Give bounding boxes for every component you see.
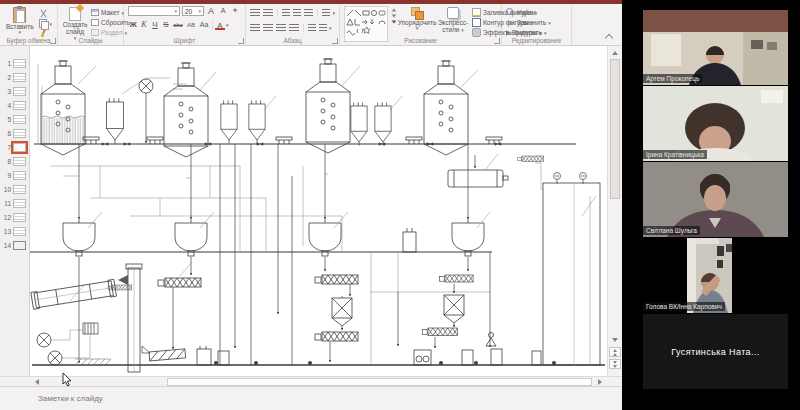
justify-button[interactable] bbox=[289, 24, 299, 32]
bullets-button[interactable] bbox=[250, 9, 260, 17]
scroll-up-button[interactable] bbox=[609, 47, 621, 58]
slide-number: 4 bbox=[3, 102, 11, 109]
participant-tile[interactable]: Голова ВК/Інна Карпович bbox=[643, 238, 788, 313]
slide-thumbnail-preview[interactable] bbox=[13, 101, 26, 110]
slide-canvas[interactable] bbox=[30, 46, 607, 376]
slide-number: 3 bbox=[3, 88, 11, 95]
decrease-indent-button[interactable] bbox=[282, 9, 290, 17]
select-button[interactable]: Выделить▾ bbox=[506, 28, 551, 37]
scroll-down-button[interactable] bbox=[609, 334, 621, 345]
scroll-left-button[interactable] bbox=[32, 378, 42, 386]
cut-button[interactable] bbox=[39, 9, 53, 18]
align-text-button[interactable]: ▾ bbox=[319, 24, 332, 33]
slide-thumbnail-preview[interactable] bbox=[13, 129, 26, 138]
shapes-scroll-down[interactable] bbox=[392, 14, 397, 17]
notes-pane[interactable]: Заметки к слайду bbox=[0, 386, 622, 410]
shapes-scroll-up[interactable] bbox=[392, 8, 397, 11]
shrink-font-button[interactable]: А bbox=[218, 6, 228, 16]
underline-button[interactable]: Ч bbox=[150, 20, 160, 30]
slide-thumbnail-preview[interactable] bbox=[13, 59, 26, 68]
slide-thumbnail-preview[interactable] bbox=[13, 73, 26, 82]
character-spacing-button[interactable]: АВ bbox=[185, 20, 197, 30]
font-size-combo[interactable]: 20▾ bbox=[182, 6, 204, 16]
participant-name-badge: Ірина Кратівницька bbox=[643, 150, 707, 159]
strikethrough-button[interactable]: abc bbox=[172, 20, 184, 30]
participant-name-text: Гусятинська Ната... bbox=[671, 347, 759, 357]
font-name-combo[interactable]: ▾ bbox=[128, 6, 180, 16]
font-size-value: 20 bbox=[185, 8, 192, 15]
increase-indent-button[interactable] bbox=[293, 9, 301, 17]
clipboard-dialog-launcher[interactable] bbox=[50, 38, 56, 44]
previous-slide-button[interactable] bbox=[609, 347, 621, 357]
italic-button[interactable]: К bbox=[139, 20, 149, 30]
slide-thumbnail-11[interactable]: 11 bbox=[0, 196, 29, 210]
text-direction-button[interactable]: ▾ bbox=[322, 9, 335, 18]
slide-thumbnail-12[interactable]: 12 bbox=[0, 210, 29, 224]
slide-thumbnail-1[interactable]: 1 bbox=[0, 56, 29, 70]
ribbon-group-clipboard: Вставить ▾ ▾ Буфер обмена bbox=[0, 4, 58, 45]
slide-thumbnail-preview[interactable] bbox=[13, 171, 26, 180]
slide-thumbnail-6[interactable]: 6 bbox=[0, 126, 29, 140]
clear-formatting-button[interactable]: ✦ bbox=[230, 6, 240, 16]
quick-styles-button[interactable]: Экспресс- стили ▾ bbox=[437, 6, 469, 35]
change-case-button[interactable]: Аа bbox=[198, 20, 210, 30]
next-slide-button[interactable] bbox=[609, 359, 621, 369]
paste-icon bbox=[13, 7, 26, 23]
slide-thumbnail-2[interactable]: 2 bbox=[0, 70, 29, 84]
vertical-scroll-thumb[interactable] bbox=[610, 59, 620, 199]
align-center-button[interactable] bbox=[263, 24, 273, 32]
slide-thumbnail-14[interactable]: 14 bbox=[0, 238, 29, 252]
slide-number: 13 bbox=[3, 228, 11, 235]
slide-number: 14 bbox=[3, 242, 11, 249]
slide-thumbnail-preview[interactable] bbox=[13, 143, 26, 152]
slide-thumbnail-9[interactable]: 9 bbox=[0, 168, 29, 182]
copy-icon bbox=[39, 19, 48, 28]
slide-thumbnail-13[interactable]: 13 bbox=[0, 224, 29, 238]
slide-thumbnail-preview[interactable] bbox=[13, 227, 26, 236]
columns-button[interactable] bbox=[308, 24, 316, 32]
font-dialog-launcher[interactable] bbox=[238, 38, 244, 44]
paste-button[interactable]: Вставить ▾ bbox=[4, 6, 36, 37]
slide-thumbnail-preview[interactable] bbox=[13, 213, 26, 222]
replace-button[interactable]: abЗаменить▾ bbox=[506, 18, 551, 27]
participant-tile[interactable]: Світлана Шульга bbox=[643, 162, 788, 237]
line-spacing-button[interactable] bbox=[304, 9, 314, 17]
video-call-panel: Артем Прокопець Ірина Кратівницька bbox=[622, 0, 800, 410]
participant-name-badge: Голова ВК/Інна Карпович bbox=[643, 302, 725, 311]
vertical-scrollbar[interactable] bbox=[607, 46, 622, 376]
slide-thumbnail-preview[interactable] bbox=[13, 87, 26, 96]
scroll-right-button[interactable] bbox=[595, 378, 605, 386]
slide-thumbnail-8[interactable]: 8 bbox=[0, 154, 29, 168]
align-left-button[interactable] bbox=[250, 24, 260, 32]
mouse-cursor bbox=[62, 373, 72, 387]
slide-thumbnail-5[interactable]: 5 bbox=[0, 112, 29, 126]
slide-thumbnail-preview[interactable] bbox=[13, 185, 26, 194]
slide-thumbnail-3[interactable]: 3 bbox=[0, 84, 29, 98]
participant-tile[interactable]: Ірина Кратівницька bbox=[643, 86, 788, 161]
participant-tile-camera-off[interactable]: Гусятинська Ната... bbox=[643, 314, 788, 389]
grow-font-button[interactable]: А bbox=[206, 6, 216, 16]
align-right-button[interactable] bbox=[276, 24, 286, 32]
slide-thumbnail-preview[interactable] bbox=[13, 115, 26, 124]
numbering-button[interactable] bbox=[263, 9, 273, 17]
slide-thumbnail-preview[interactable] bbox=[13, 199, 26, 208]
slide-thumbnail-4[interactable]: 4 bbox=[0, 98, 29, 112]
horizontal-scrollbar[interactable] bbox=[0, 376, 622, 386]
slide-thumbnail-10[interactable]: 10 bbox=[0, 182, 29, 196]
copy-button[interactable]: ▾ bbox=[39, 19, 53, 28]
participant-tile[interactable]: Артем Прокопець bbox=[643, 10, 788, 85]
shapes-gallery-more[interactable] bbox=[392, 20, 397, 23]
slide-thumbnail-preview[interactable] bbox=[13, 241, 26, 250]
notes-label: Заметки к слайду bbox=[38, 394, 103, 403]
find-button[interactable]: Найти bbox=[506, 8, 551, 17]
horizontal-scroll-thumb[interactable] bbox=[167, 378, 592, 386]
bold-button[interactable]: Ж bbox=[128, 20, 138, 30]
drawing-dialog-launcher[interactable] bbox=[494, 38, 500, 44]
slide-thumbnail-7[interactable]: 7 bbox=[0, 140, 29, 154]
slide-thumbnail-preview[interactable] bbox=[13, 157, 26, 166]
font-color-button[interactable]: А bbox=[215, 21, 225, 30]
arrange-button[interactable]: Упорядочить▾ bbox=[400, 6, 434, 33]
clipboard-group-label: Буфер обмена bbox=[0, 37, 57, 44]
paragraph-dialog-launcher[interactable] bbox=[332, 38, 338, 44]
text-shadow-button[interactable]: S bbox=[161, 20, 171, 30]
